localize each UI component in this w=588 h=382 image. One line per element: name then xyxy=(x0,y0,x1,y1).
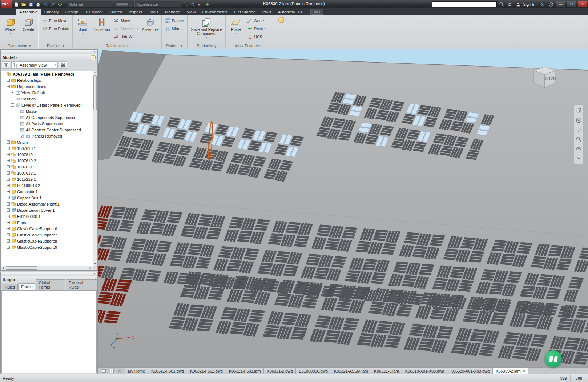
tree-expander-icon[interactable]: + xyxy=(7,184,10,187)
ribbon-tab-manage[interactable]: Manage xyxy=(162,9,184,15)
scrollbar-thumb[interactable] xyxy=(93,75,97,110)
ribbon-tab-3d-model[interactable]: 3D Model xyxy=(82,9,106,15)
tree-item[interactable]: Master xyxy=(1,108,93,114)
tree-item[interactable]: +Copper Bus:1 xyxy=(1,195,93,201)
search-browser-button[interactable] xyxy=(59,61,67,69)
tree-item[interactable]: All Parts Suppressed xyxy=(1,120,93,127)
user-button[interactable] xyxy=(515,1,522,8)
ribbon-tab-tools[interactable]: Tools xyxy=(145,9,162,15)
screen-recorder-badge[interactable] xyxy=(545,350,562,367)
tree-item[interactable]: +Origin xyxy=(1,139,93,145)
tree-expander-icon[interactable]: + xyxy=(7,147,10,150)
tree-expander-icon[interactable]: + xyxy=(7,233,10,236)
tree-item[interactable]: +1007619:2 xyxy=(1,158,93,164)
view-cube-button[interactable] xyxy=(575,107,583,115)
save-button[interactable] xyxy=(27,1,35,8)
ribbon-tab-inspect[interactable]: Inspect xyxy=(125,9,145,15)
place-button[interactable]: Place▾ xyxy=(1,16,19,43)
document-tab[interactable]: K06339-X01-X03.dwg xyxy=(447,368,493,374)
close-icon[interactable]: × xyxy=(92,272,97,276)
tree-item[interactable]: +View: Default xyxy=(1,89,93,96)
open-button[interactable] xyxy=(20,1,27,8)
ribbon-tab-sketch[interactable]: Sketch xyxy=(106,9,125,15)
ribbon-panel-label[interactable]: Work Features xyxy=(226,43,269,49)
tree-expander-icon[interactable]: + xyxy=(7,239,10,243)
tree-item[interactable]: +GlasticCableSupport:8 xyxy=(1,238,93,244)
document-tab[interactable]: K06319-X01-X03.dwg xyxy=(402,368,448,374)
sign-in-button[interactable]: Sign In xyxy=(523,2,535,7)
tree-item[interactable]: +1007618:1 xyxy=(1,145,93,151)
tree-expander-icon[interactable]: − xyxy=(7,85,10,88)
help-button[interactable]: ? xyxy=(547,1,555,8)
ribbon-tab-assemble[interactable]: Assemble xyxy=(16,9,41,15)
ucs-button[interactable]: UCS xyxy=(245,33,267,40)
tree-item[interactable]: +1015219:1 xyxy=(1,176,93,182)
restore-button[interactable]: ❐ xyxy=(567,1,576,7)
tree-item[interactable]: K06339-2.iam (Panels Removed) xyxy=(1,71,93,77)
ribbon-tab-simplify[interactable]: Simplify xyxy=(41,9,62,15)
close-button[interactable]: ✕ xyxy=(578,1,587,7)
document-tab[interactable]: K06321-2.dwg xyxy=(264,368,296,374)
pattern-button[interactable]: Pattern xyxy=(163,17,186,24)
ilogic-tab-external-rules[interactable]: External Rules xyxy=(66,279,97,290)
refresh-button[interactable] xyxy=(56,1,64,8)
point-button[interactable]: Point▾ xyxy=(245,25,267,32)
chevron-down-icon[interactable]: ▾ xyxy=(16,56,17,59)
minimize-button[interactable]: — xyxy=(556,1,565,7)
tree-expander-icon[interactable]: + xyxy=(7,153,10,156)
tree-expander-icon[interactable]: + xyxy=(7,246,10,249)
tree-expander-icon[interactable]: + xyxy=(7,79,10,82)
search-input[interactable] xyxy=(432,1,497,7)
tree-item[interactable]: +Diode Lexan Cover:1 xyxy=(1,207,93,213)
joint-button[interactable]: Joint▾ xyxy=(74,16,92,43)
create-button[interactable]: Create xyxy=(20,16,37,43)
viewport-3d[interactable]: XZBACK xyxy=(98,49,588,367)
checkbox-checked-icon[interactable] xyxy=(20,134,24,138)
add-button[interactable] xyxy=(204,1,211,8)
inventor-logo-icon[interactable]: PRO▾ xyxy=(1,0,12,8)
ribbon-tab-view[interactable]: View xyxy=(183,9,199,15)
tree-item[interactable]: +Relationships xyxy=(1,77,93,83)
ribbon-tab-environments[interactable]: Environments xyxy=(199,9,231,15)
scroll-up-icon[interactable]: ▲ xyxy=(93,71,97,75)
ribbon-options-button[interactable]: ▾ xyxy=(278,17,287,23)
expand-tabs-button[interactable] xyxy=(116,367,123,374)
ribbon-tab-autodesk-360[interactable]: Autodesk 360 xyxy=(275,9,307,15)
tree-item[interactable]: +1007632:1 xyxy=(1,170,93,176)
material-combo[interactable]: Material▾ xyxy=(67,1,113,7)
tree-item[interactable]: +1007621:1 xyxy=(1,164,93,170)
tree-item[interactable]: Position xyxy=(1,96,93,102)
ilogic-panel-grip[interactable]: × xyxy=(1,272,97,276)
assemble-button[interactable]: Assemble xyxy=(141,16,160,43)
tree-expander-icon[interactable]: + xyxy=(7,165,10,168)
tree-item[interactable]: Panels Removed xyxy=(1,133,93,139)
scroll-down-icon[interactable]: ▼ xyxy=(93,262,97,266)
tree-item[interactable]: −Level of Detail : Panels Removed xyxy=(1,102,93,108)
tree-expander-icon[interactable]: + xyxy=(7,221,10,224)
axis-button[interactable]: Axis▾ xyxy=(245,17,267,24)
ribbon-tab-design[interactable]: Design xyxy=(62,9,82,15)
tree-expander-icon[interactable]: − xyxy=(11,103,14,107)
tree-item[interactable]: +E81100000:1 xyxy=(1,213,93,219)
favorites-button[interactable] xyxy=(506,1,514,8)
nav-wheel-button[interactable] xyxy=(575,116,583,124)
zoom-in-button[interactable] xyxy=(189,1,196,8)
hide-all-button[interactable]: Hide All xyxy=(112,33,140,40)
ribbon-panel-label[interactable]: Position▼ xyxy=(39,43,72,49)
ilogic-tab-forms[interactable]: Forms xyxy=(18,283,35,290)
new-button[interactable] xyxy=(13,1,20,8)
tree-item[interactable]: +Fans xyxy=(1,219,93,226)
save-and-replace-component-button[interactable]: Save and Replace Component▾ xyxy=(189,16,224,43)
document-tab[interactable]: K06321-F501.dwg xyxy=(148,368,187,374)
free-move-button[interactable]: Free Move xyxy=(40,17,71,24)
ribbon-panel-label[interactable]: Productivity xyxy=(188,43,225,49)
ribbon-panel-label[interactable]: Component▼ xyxy=(0,43,39,49)
ilogic-forms-area[interactable] xyxy=(1,290,97,373)
zoom-button[interactable] xyxy=(575,135,583,143)
mirror-button[interactable]: Mirror xyxy=(163,25,186,32)
tree-expander-icon[interactable]: + xyxy=(7,159,10,162)
scrollbar-thumb[interactable] xyxy=(6,266,37,270)
print-button[interactable] xyxy=(35,1,42,8)
zoom-out-button[interactable] xyxy=(182,1,189,8)
orbit-button[interactable] xyxy=(575,144,583,152)
